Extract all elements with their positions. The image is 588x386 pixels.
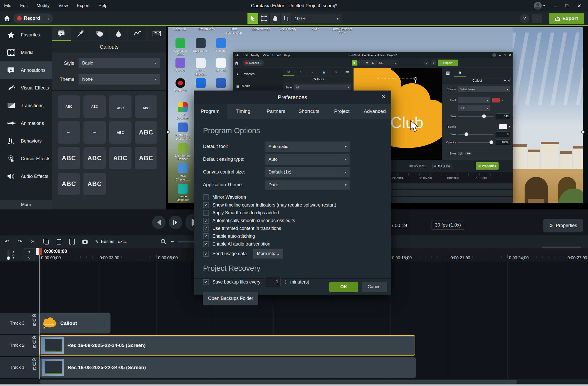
undo-button[interactable]: ↶ [2,237,12,246]
help-button[interactable]: ? [520,14,529,23]
checkbox-timeline-cursor-indicators[interactable]: ✓Show timeline cursor indicators (may re… [203,201,382,209]
default-tool-select[interactable]: Automatic▾ [265,141,350,152]
checkbox-auto-stitching[interactable]: ✓Enable auto-stitching [203,232,382,240]
callout-thumbnail[interactable]: ABC [109,95,132,118]
account-avatar[interactable]: ▾ [534,2,545,10]
menu-item[interactable]: Modify [37,3,50,8]
tab-shapes[interactable] [90,26,109,41]
scrollbar-thumb[interactable] [40,380,517,384]
checkbox-send-usage-data[interactable]: ✓Send usage data More info... [203,248,382,259]
zoom-out-button[interactable]: − [171,238,174,245]
select-tool-button[interactable] [247,13,258,24]
selection-handle-left[interactable] [167,130,170,134]
playhead-line[interactable] [39,255,40,379]
sidebar-item-audio-effects[interactable]: Audio Effects [0,168,52,185]
callout-thumbnail[interactable]: ABC [58,95,80,118]
copy-button[interactable] [41,237,51,246]
magnet-track-icon[interactable] [32,340,36,344]
pan-tool-button[interactable] [270,13,280,24]
callout-thumbnail[interactable]: ABC [83,95,106,118]
lock-track-icon[interactable] [33,345,36,349]
callout-thumbnail[interactable]: ABC [58,147,80,169]
more-info-button[interactable]: More info... [253,249,283,259]
sidebar-item-visual-effects[interactable]: Visual Effects [0,79,52,97]
menu-item[interactable]: Export [77,3,89,8]
record-button[interactable]: Record › [14,14,53,23]
selection-handle-right[interactable] [581,130,585,134]
tab-callouts[interactable]: a [52,26,71,41]
menu-item[interactable]: Edit [20,3,28,8]
callout-thumbnail[interactable]: ABC [58,121,80,144]
minimize-button[interactable]: – [554,3,557,9]
dialog-tab[interactable]: Advanced [358,104,391,119]
style-select[interactable]: Basic▾ [79,58,160,68]
callout-thumbnail[interactable]: ABC [135,147,157,169]
cancel-button[interactable]: Cancel [362,282,387,292]
redo-button[interactable]: ↷ [15,237,25,246]
sidebar-item-cursor-effects[interactable]: Cursor Effects [0,150,52,168]
theme-select[interactable]: None▾ [79,74,160,85]
callout-thumbnail[interactable]: ABC [109,121,132,144]
step-forward-button[interactable] [169,216,182,229]
checkbox-mirror-waveform[interactable]: Mirror Waveform [203,193,382,201]
callout-thumbnail[interactable]: ABC [83,147,106,169]
playhead-flag[interactable] [36,248,39,255]
maximize-button[interactable]: □ [565,3,568,9]
checkbox-trimmed-content[interactable]: ✓Use trimmed content in transitions [203,224,382,232]
menu-item[interactable]: View [58,3,68,8]
screenshot-button[interactable] [80,237,90,246]
menu-item[interactable]: Help [98,3,107,8]
track-header[interactable]: Track 1 [0,357,39,378]
split-button[interactable] [67,237,77,246]
lock-track-icon[interactable] [33,367,36,371]
tab-arrows[interactable] [71,26,90,41]
record-options-chevron[interactable]: › [44,16,53,21]
default-easing-select[interactable]: Auto▾ [265,154,350,165]
sidebar-more-button[interactable]: More [0,200,52,209]
transform-tool-button[interactable] [259,13,269,24]
sidebar-item-transitions[interactable]: Transitions [0,97,52,114]
hide-track-icon[interactable] [32,358,36,361]
paste-button[interactable] [54,237,64,246]
sidebar-item-animations[interactable]: Animations [0,114,52,132]
crop-tool-button[interactable] [281,13,291,24]
previous-frame-button[interactable] [152,216,166,229]
checkbox-smartfocus[interactable]: Apply SmartFocus to clips added [203,209,382,217]
magnet-track-icon[interactable] [32,318,36,321]
cut-button[interactable]: ✂ [28,237,38,246]
canvas-zoom-select[interactable]: 100%▾ [292,14,342,23]
screen-recording-clip[interactable]: Rec 16-08-2025-22-34-05 (Screen) [40,357,416,378]
sidebar-item-favorites[interactable]: Favorites [0,26,52,44]
add-track-button[interactable]: + [24,248,35,255]
dialog-tab[interactable]: Program [194,104,227,119]
callout-thumbnail[interactable]: ABC [135,95,157,118]
dialog-tab[interactable]: Project [325,104,358,119]
sidebar-item-annotations[interactable]: a Annotations [0,61,52,79]
checkbox-smooth-cursor[interactable]: ✓Automatically smooth cursor across edit… [203,217,382,224]
hide-track-icon[interactable] [32,336,36,339]
track-height-slider[interactable] [7,249,10,260]
download-button[interactable]: ↓ [532,14,542,23]
hide-track-icon[interactable] [32,314,36,317]
checkbox-ai-transcription[interactable]: ✓Enable AI audio transcription [203,240,382,248]
export-button[interactable]: Export [549,13,584,24]
application-theme-select[interactable]: Dark▾ [265,180,350,190]
track-header[interactable]: Track 2 [0,335,39,356]
track-header[interactable]: Track 3 [0,313,39,334]
timeline-horizontal-scrollbar[interactable] [0,379,588,384]
edit-as-text-button[interactable]: ✎ Edit as Text... [93,239,130,245]
ok-button[interactable]: OK [329,282,358,292]
close-button[interactable]: ✕ [577,3,581,9]
dialog-tab[interactable]: Timing [227,104,260,119]
callout-thumbnail[interactable]: ABC [135,121,157,144]
lock-track-icon[interactable] [33,323,36,326]
home-icon[interactable] [4,15,10,22]
screen-recording-clip-selected[interactable]: Rec 16-08-2025-22-34-05 (Screen) [40,335,415,356]
menu-item[interactable]: File [4,3,11,8]
dialog-close-button[interactable]: ✕ [381,94,386,100]
playhead-marker[interactable] [39,248,42,255]
magnet-track-icon[interactable] [32,362,36,366]
callout-thumbnail[interactable]: ABC [83,121,106,144]
callout-thumbnail[interactable]: ABC [58,173,80,195]
tab-keystroke[interactable] [147,26,166,41]
